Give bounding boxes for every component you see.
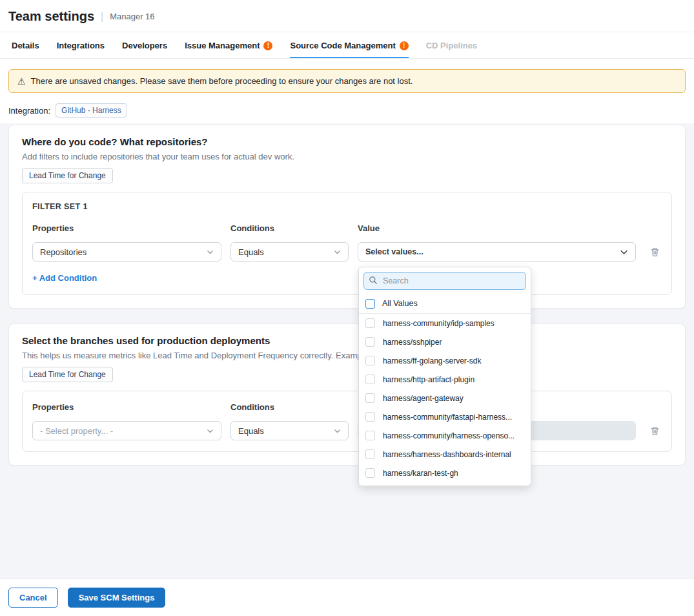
repositories-card-title: Where do you code? What repositories?: [22, 136, 672, 147]
conditions-column-header: Conditions: [230, 223, 349, 233]
all-values-option[interactable]: All Values: [359, 294, 531, 314]
chevron-down-icon: [619, 247, 629, 257]
dropdown-option[interactable]: harness/karan-test-gh: [359, 464, 531, 482]
dropdown-option[interactable]: harness/sshpiper: [359, 333, 531, 351]
branches-column-headers: Properties Conditions: [32, 402, 662, 412]
dropdown-option[interactable]: harness/ff-golang-server-sdk: [359, 351, 531, 370]
condition-select[interactable]: Equals: [230, 421, 349, 440]
properties-column-header: Properties: [32, 402, 221, 412]
tab-bar: Details Integrations Developers Issue Ma…: [0, 32, 694, 59]
checkbox[interactable]: [365, 412, 375, 422]
checkbox[interactable]: [365, 375, 375, 384]
repositories-card: Where do you code? What repositories? Ad…: [8, 125, 686, 309]
checkbox[interactable]: [365, 299, 375, 309]
integration-label: Integration:: [8, 106, 50, 116]
branches-card-title: Select the branches used for production …: [22, 335, 672, 346]
save-scm-settings-button[interactable]: Save SCM Settings: [68, 588, 166, 608]
checkbox[interactable]: [365, 393, 375, 403]
title-divider: |: [101, 11, 103, 23]
chevron-down-icon: [333, 248, 342, 256]
lead-time-badge: Lead Time for Change: [22, 168, 113, 183]
value-multiselect[interactable]: Select values...: [358, 242, 636, 262]
checkbox[interactable]: [365, 356, 375, 365]
page-header: Team settings | Manager 16: [0, 0, 694, 32]
filter-set-1-panel: FILTER SET 1 Properties Conditions Value…: [22, 192, 672, 295]
chevron-down-icon: [206, 248, 214, 256]
values-dropdown: All Values harness-community/idp-samples…: [358, 267, 531, 486]
search-wrap: [359, 267, 531, 294]
dropdown-option[interactable]: harness/agent-gateway: [359, 389, 531, 407]
conditions-column-header: Conditions: [230, 402, 349, 412]
warning-triangle-icon: ⚠: [17, 77, 26, 86]
tab-issue-management[interactable]: Issue Management !: [185, 32, 272, 58]
checkbox[interactable]: [365, 337, 375, 347]
checkbox[interactable]: [365, 449, 375, 459]
unsaved-changes-banner: ⚠ There are unsaved changes. Please save…: [8, 69, 686, 93]
delete-filter-button[interactable]: [648, 245, 662, 259]
property-select[interactable]: - Select property... -: [32, 421, 221, 440]
tab-source-code-management[interactable]: Source Code Management !: [290, 32, 408, 58]
filter-set-1-title: FILTER SET 1: [32, 202, 662, 211]
trash-icon: [649, 426, 660, 436]
delete-filter-button[interactable]: [648, 424, 662, 438]
checkbox[interactable]: [365, 318, 375, 328]
footer-bar: Cancel Save SCM Settings: [0, 578, 694, 616]
chevron-down-icon: [333, 427, 342, 435]
tab-details[interactable]: Details: [12, 32, 39, 58]
value-column-header: Value: [358, 223, 636, 233]
search-icon: [369, 276, 378, 285]
search-input[interactable]: [363, 272, 526, 290]
dropdown-option[interactable]: harness/...: [359, 482, 531, 486]
content-area: Where do you code? What repositories? Ad…: [0, 123, 694, 578]
branches-card: Select the branches used for production …: [8, 323, 686, 466]
dropdown-option[interactable]: harness/harness-dashboards-internal: [359, 445, 531, 464]
branches-filter-row: - Select property... - Equals: [32, 421, 662, 440]
cancel-button[interactable]: Cancel: [8, 588, 58, 608]
add-condition-button[interactable]: + Add Condition: [32, 273, 97, 283]
properties-column-header: Properties: [32, 223, 221, 233]
dropdown-option[interactable]: harness-community/idp-samples: [359, 314, 531, 333]
chevron-down-icon: [206, 427, 214, 435]
banner-message: There are unsaved changes. Please save t…: [31, 76, 413, 86]
checkbox[interactable]: [365, 431, 375, 440]
lead-time-badge: Lead Time for Change: [22, 367, 113, 382]
all-values-label: All Values: [382, 299, 418, 308]
tab-integrations[interactable]: Integrations: [57, 32, 105, 58]
integration-row: Integration: GitHub - Harness: [8, 103, 686, 118]
tab-cd-pipelines: CD Pipelines: [426, 32, 477, 58]
trash-icon: [649, 247, 660, 258]
team-name: Manager 16: [110, 12, 154, 21]
page-title: Team settings: [8, 9, 94, 24]
tab-developers[interactable]: Developers: [122, 32, 167, 58]
branches-card-subtitle: This helps us measure metrics like Lead …: [22, 351, 672, 360]
repositories-card-subtitle: Add filters to include repositories that…: [22, 152, 672, 161]
checkbox[interactable]: [365, 468, 375, 478]
filter-set-1-row: Repositories Equals Select values...: [32, 242, 662, 262]
integration-badge[interactable]: GitHub - Harness: [56, 103, 127, 118]
warning-badge-icon: !: [263, 41, 272, 50]
condition-select[interactable]: Equals: [230, 242, 349, 262]
warning-badge-icon: !: [400, 41, 409, 50]
dropdown-option[interactable]: harness-community/fastapi-harness...: [359, 407, 531, 426]
branches-filter-panel: Properties Conditions - Select property.…: [22, 391, 672, 452]
dropdown-option[interactable]: harness/http-artifact-plugin: [359, 370, 531, 389]
dropdown-option[interactable]: harness-community/harness-openso...: [359, 426, 531, 445]
filter-set-1-column-headers: Properties Conditions Value: [32, 223, 662, 233]
property-select[interactable]: Repositories: [32, 242, 221, 262]
